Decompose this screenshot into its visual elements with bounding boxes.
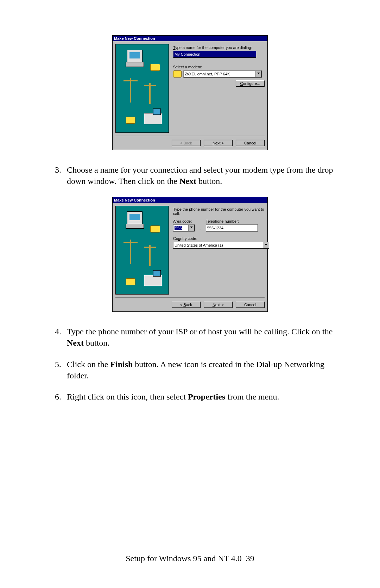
next-button[interactable]: Next > xyxy=(204,302,233,308)
back-button[interactable]: < Back xyxy=(172,302,201,308)
dialog-title: Make New Connection xyxy=(113,36,267,41)
modem-icon xyxy=(173,70,182,78)
cancel-button[interactable]: Cancel xyxy=(236,302,265,308)
telephone-number-input[interactable]: 555-1234 xyxy=(206,224,258,231)
chevron-down-icon[interactable] xyxy=(188,225,194,231)
telephone-number-label: Telephone number: xyxy=(206,219,258,223)
instruction-list-continued: Type the phone number of your ISP or of … xyxy=(35,326,345,403)
step-3: Choose a name for your connection and se… xyxy=(63,164,345,187)
step-6: Right click on this icon, then select Pr… xyxy=(63,391,345,402)
chevron-down-icon[interactable] xyxy=(255,71,261,77)
area-code-value: 555 xyxy=(175,226,182,230)
select-modem-label: Select a modem: xyxy=(173,65,265,69)
back-button: < Back xyxy=(172,140,201,146)
modem-select-value: ZyXEL omni.net, PPP 64K xyxy=(185,72,230,76)
instruction-list: Choose a name for your connection and se… xyxy=(35,164,345,187)
configure-button[interactable]: Configure... xyxy=(236,80,265,87)
step-4: Type the phone number of your ISP or of … xyxy=(63,326,345,349)
chevron-down-icon[interactable] xyxy=(263,242,269,248)
area-code-label: Area code: xyxy=(173,219,195,223)
cancel-button[interactable]: Cancel xyxy=(236,140,265,146)
step-5: Click on the Finish button. A new icon i… xyxy=(63,359,345,382)
connection-name-label: Type a name for the computer you are dia… xyxy=(173,45,265,50)
next-button[interactable]: Next > xyxy=(204,140,233,146)
modem-select[interactable]: ZyXEL omni.net, PPP 64K xyxy=(183,70,262,78)
connection-name-input[interactable]: My Connection xyxy=(173,51,256,58)
page-footer: Setup for Windows 95 and NT 4.0 39 xyxy=(0,554,380,563)
wizard-graphic-icon xyxy=(115,44,169,133)
dialog-make-new-connection-2: Make New Connection Type the phone numbe… xyxy=(112,197,268,312)
dialog-make-new-connection-1: Make New Connection Type a name for the … xyxy=(112,35,268,150)
dialog-title: Make New Connection xyxy=(113,197,267,203)
phone-prompt-label: Type the phone number for the computer y… xyxy=(173,207,269,216)
country-code-select[interactable]: United States of America (1) xyxy=(173,242,269,249)
country-code-value: United States of America (1) xyxy=(175,243,223,247)
area-code-select[interactable]: 555 xyxy=(173,224,195,231)
wizard-graphic-icon xyxy=(115,206,169,295)
country-code-label: Country code: xyxy=(173,236,269,241)
